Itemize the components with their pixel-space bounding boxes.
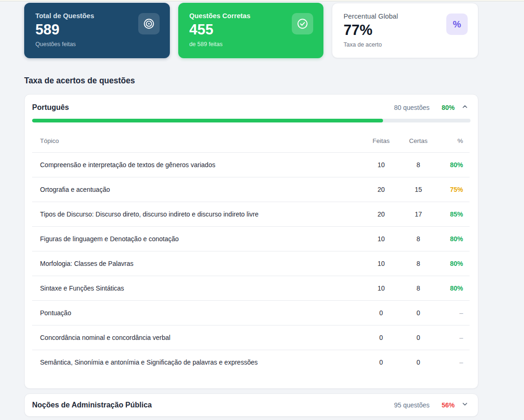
table-row: Sintaxe e Funções Sintáticas 10 8 80% [32,276,470,300]
progress-bar-track [32,119,470,122]
subject-percent: 56% [442,401,455,409]
table-body: Compreensão e interpretação de textos de… [32,152,470,374]
table-row: Figuras de linguagem e Denotação e conot… [32,226,470,251]
certas-cell: 8 [400,285,437,292]
stat-card-total-questions: Total de Questões 589 Questões feitas [24,3,170,58]
accordion-header-portugues[interactable]: Português 80 questões 80% [25,95,478,118]
certas-cell: 0 [400,309,437,317]
topic-column-header: Tópico [32,134,363,148]
stats-row: Total de Questões 589 Questões feitas Qu… [24,3,478,58]
topic-cell: Morfologia: Classes de Palavras [32,256,363,271]
feitas-cell: 10 [363,235,400,243]
table-row: Concordância nominal e concordância verb… [32,325,470,350]
target-icon [138,13,160,34]
feitas-cell: 20 [363,210,400,218]
certas-cell: 15 [400,186,437,193]
subject-title: Noções de Administração Pública [32,401,394,409]
feitas-cell: 10 [363,285,400,292]
topic-cell: Sintaxe e Funções Sintáticas [32,281,363,296]
table-row: Semântica, Sinonímia e antonímia e Signi… [32,350,470,374]
chevron-up-icon[interactable] [461,103,469,112]
page-top-divider [0,0,524,1]
percent-cell: 85% [437,210,470,218]
stat-card-global-percent: Percentual Global 77% Taxa de acerto % [332,3,478,58]
topic-cell: Pontuação [32,305,363,320]
accordion-header-administracao[interactable]: Noções de Administração Pública 95 quest… [25,394,478,416]
percent-cell: 75% [437,186,470,193]
check-circle-icon [292,13,313,34]
table-row: Tipos de Discurso: Discurso direto, disc… [32,202,470,226]
topic-cell: Ortografia e acentuação [32,182,363,197]
percent-cell: – [437,309,470,317]
percent-cell: – [437,334,470,341]
page-title: Taxa de acertos de questões [24,76,478,86]
percent-cell: 80% [437,285,470,292]
topic-cell: Semântica, Sinonímia e antonímia e Signi… [32,355,363,370]
feitas-cell: 0 [363,309,400,317]
subject-title: Português [32,103,394,112]
table-row: Morfologia: Classes de Palavras 10 8 80% [32,251,470,276]
certas-cell: 0 [400,334,437,341]
feitas-cell: 20 [363,186,400,193]
progress-bar-fill [32,119,383,122]
certas-cell: 0 [400,359,437,366]
subject-question-count: 80 questões [394,104,430,111]
stat-subtext: de 589 feitas [189,41,313,47]
topic-cell: Tipos de Discurso: Discurso direto, disc… [32,207,363,222]
certas-cell: 8 [400,260,437,267]
topic-cell: Figuras de linguagem e Denotação e conot… [32,231,363,246]
topics-table: Tópico Feitas Certas % Compreensão e int… [32,129,470,374]
subject-question-count: 95 questões [394,401,430,409]
table-header-row: Tópico Feitas Certas % [32,129,470,152]
subject-card-portugues: Português 80 questões 80% Tópico Feitas … [24,94,478,389]
percent-cell: 80% [437,260,470,267]
chevron-down-icon[interactable] [461,400,469,410]
certas-column-header: Certas [400,137,437,144]
main-content: Total de Questões 589 Questões feitas Qu… [24,3,478,420]
certas-cell: 8 [400,161,437,169]
certas-cell: 17 [400,210,437,218]
stat-subtext: Questões feitas [35,41,159,47]
percent-cell: 80% [437,161,470,169]
topic-cell: Compreensão e interpretação de textos de… [32,157,363,172]
percent-column-header: % [437,137,470,144]
feitas-cell: 10 [363,260,400,267]
subject-percent: 80% [442,104,455,111]
percent-icon: % [446,14,468,35]
table-row: Pontuação 0 0 – [32,300,470,325]
feitas-column-header: Feitas [363,137,400,144]
certas-cell: 8 [400,235,437,243]
table-row: Ortografia e acentuação 20 15 75% [32,177,470,202]
table-row: Compreensão e interpretação de textos de… [32,152,470,177]
percent-cell: 80% [437,235,470,243]
subject-card-administracao: Noções de Administração Pública 95 quest… [24,393,478,417]
percent-cell: – [437,359,470,366]
topic-cell: Concordância nominal e concordância verb… [32,330,363,345]
stat-card-correct-questions: Questões Corretas 455 de 589 feitas [178,3,324,58]
feitas-cell: 0 [363,334,400,341]
stat-subtext: Taxa de acerto [343,41,467,48]
feitas-cell: 0 [363,359,400,366]
feitas-cell: 10 [363,161,400,169]
